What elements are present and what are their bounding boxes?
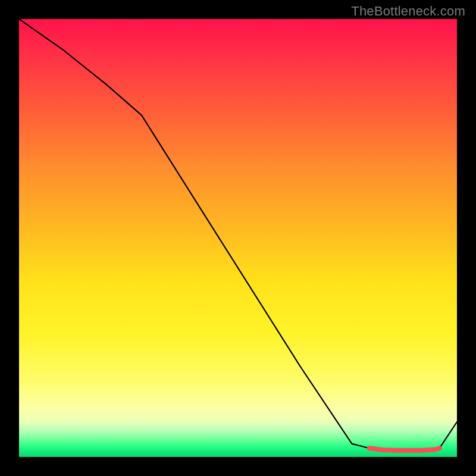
chart-overlay-svg [19, 19, 457, 457]
main-curve-path [19, 19, 457, 450]
highlight-band-path [369, 448, 440, 450]
watermark-text: TheBottleneck.com [351, 4, 465, 19]
chart-frame: TheBottleneck.com [0, 0, 476, 476]
